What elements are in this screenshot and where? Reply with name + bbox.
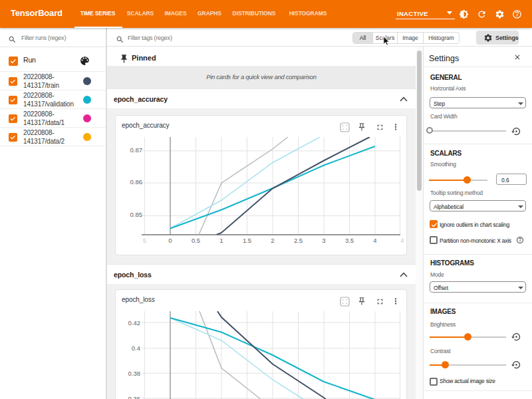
- svg-text:1.5: 1.5: [243, 237, 251, 244]
- svg-text:0.4: 0.4: [132, 344, 140, 352]
- svg-text:3.5: 3.5: [345, 237, 354, 244]
- svg-text:0.86: 0.86: [130, 178, 143, 186]
- svg-text:4: 4: [400, 237, 404, 244]
- svg-text:0: 0: [168, 237, 172, 244]
- svg-text:0.42: 0.42: [128, 319, 141, 327]
- svg-text:0.36: 0.36: [128, 395, 141, 399]
- svg-text:2.5: 2.5: [294, 237, 303, 244]
- svg-text:0.38: 0.38: [128, 370, 141, 377]
- svg-text:1: 1: [219, 237, 223, 244]
- svg-text:0.5: 0.5: [192, 237, 200, 244]
- svg-text:5: 5: [143, 237, 146, 244]
- svg-text:2: 2: [271, 237, 274, 244]
- svg-text:3: 3: [322, 237, 325, 244]
- svg-text:4: 4: [373, 237, 376, 244]
- svg-text:0.85: 0.85: [130, 211, 143, 218]
- svg-text:0.87: 0.87: [130, 146, 143, 154]
